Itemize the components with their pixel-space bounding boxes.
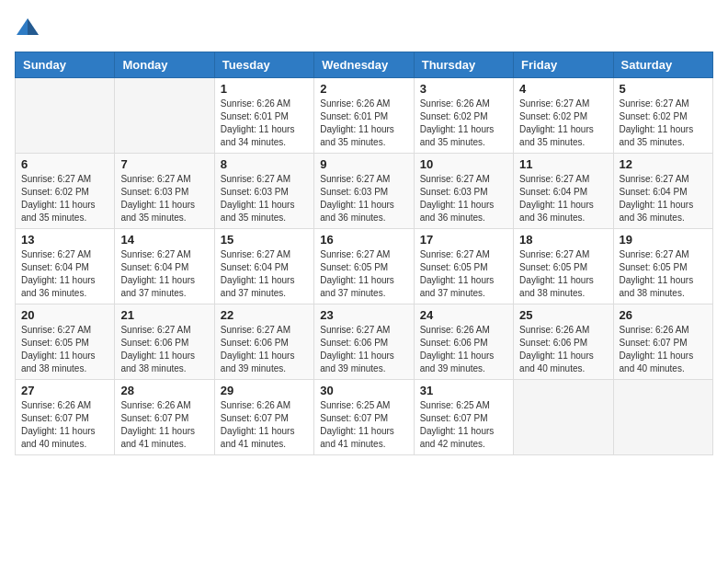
- day-number: 21: [120, 308, 208, 322]
- day-info: Sunrise: 6:27 AM Sunset: 6:05 PM Dayligh…: [21, 324, 108, 375]
- logo-icon: [15, 15, 40, 40]
- column-header-sunday: Sunday: [16, 52, 115, 78]
- day-number: 8: [221, 157, 308, 171]
- calendar-cell: 17Sunrise: 6:27 AM Sunset: 6:05 PM Dayli…: [414, 229, 513, 304]
- day-number: 3: [420, 82, 507, 96]
- calendar-cell: 19Sunrise: 6:27 AM Sunset: 6:05 PM Dayli…: [613, 229, 712, 304]
- day-info: Sunrise: 6:27 AM Sunset: 6:02 PM Dayligh…: [519, 98, 607, 149]
- day-info: Sunrise: 6:27 AM Sunset: 6:04 PM Dayligh…: [21, 248, 108, 300]
- day-info: Sunrise: 6:26 AM Sunset: 6:01 PM Dayligh…: [320, 98, 407, 149]
- column-header-saturday: Saturday: [613, 52, 712, 78]
- day-number: 5: [620, 82, 707, 96]
- day-number: 20: [21, 308, 108, 322]
- page-header: [15, 15, 713, 40]
- day-info: Sunrise: 6:26 AM Sunset: 6:06 PM Dayligh…: [519, 324, 607, 375]
- day-number: 25: [519, 308, 607, 322]
- calendar-week-row: 6Sunrise: 6:27 AM Sunset: 6:02 PM Daylig…: [16, 154, 713, 229]
- calendar-cell: 7Sunrise: 6:27 AM Sunset: 6:03 PM Daylig…: [115, 154, 214, 229]
- day-info: Sunrise: 6:27 AM Sunset: 6:05 PM Dayligh…: [320, 248, 407, 300]
- calendar-cell: 5Sunrise: 6:27 AM Sunset: 6:02 PM Daylig…: [613, 78, 712, 154]
- day-info: Sunrise: 6:27 AM Sunset: 6:02 PM Dayligh…: [21, 173, 108, 224]
- day-info: Sunrise: 6:27 AM Sunset: 6:04 PM Dayligh…: [120, 248, 208, 300]
- day-info: Sunrise: 6:27 AM Sunset: 6:05 PM Dayligh…: [519, 248, 607, 300]
- calendar-cell: 23Sunrise: 6:27 AM Sunset: 6:06 PM Dayli…: [314, 304, 414, 380]
- day-info: Sunrise: 6:25 AM Sunset: 6:07 PM Dayligh…: [420, 399, 507, 451]
- calendar-cell: [613, 380, 712, 455]
- day-number: 31: [420, 384, 507, 397]
- calendar-cell: 20Sunrise: 6:27 AM Sunset: 6:05 PM Dayli…: [16, 304, 115, 380]
- day-number: 18: [519, 233, 607, 247]
- column-header-tuesday: Tuesday: [214, 52, 313, 78]
- day-info: Sunrise: 6:27 AM Sunset: 6:03 PM Dayligh…: [120, 173, 208, 224]
- svg-marker-1: [28, 18, 39, 35]
- calendar-cell: 11Sunrise: 6:27 AM Sunset: 6:04 PM Dayli…: [514, 154, 613, 229]
- day-info: Sunrise: 6:27 AM Sunset: 6:05 PM Dayligh…: [420, 248, 507, 300]
- day-number: 13: [21, 233, 108, 247]
- day-info: Sunrise: 6:27 AM Sunset: 6:06 PM Dayligh…: [120, 324, 208, 375]
- calendar-cell: 29Sunrise: 6:26 AM Sunset: 6:07 PM Dayli…: [214, 380, 313, 455]
- day-info: Sunrise: 6:26 AM Sunset: 6:07 PM Dayligh…: [21, 399, 108, 451]
- calendar-cell: 10Sunrise: 6:27 AM Sunset: 6:03 PM Dayli…: [414, 154, 513, 229]
- calendar-cell: 22Sunrise: 6:27 AM Sunset: 6:06 PM Dayli…: [214, 304, 313, 380]
- column-header-friday: Friday: [514, 52, 613, 78]
- day-info: Sunrise: 6:25 AM Sunset: 6:07 PM Dayligh…: [320, 399, 407, 451]
- day-info: Sunrise: 6:27 AM Sunset: 6:03 PM Dayligh…: [320, 173, 407, 224]
- calendar-cell: 4Sunrise: 6:27 AM Sunset: 6:02 PM Daylig…: [514, 78, 613, 154]
- day-number: 26: [620, 308, 707, 322]
- calendar-cell: 27Sunrise: 6:26 AM Sunset: 6:07 PM Dayli…: [16, 380, 115, 455]
- day-number: 29: [221, 384, 308, 397]
- day-info: Sunrise: 6:27 AM Sunset: 6:06 PM Dayligh…: [320, 324, 407, 375]
- column-header-thursday: Thursday: [414, 52, 513, 78]
- day-number: 4: [519, 82, 607, 96]
- calendar-week-row: 27Sunrise: 6:26 AM Sunset: 6:07 PM Dayli…: [16, 380, 713, 455]
- calendar-header-row: SundayMondayTuesdayWednesdayThursdayFrid…: [16, 52, 713, 78]
- calendar-cell: 30Sunrise: 6:25 AM Sunset: 6:07 PM Dayli…: [314, 380, 414, 455]
- day-number: 24: [420, 308, 507, 322]
- calendar-cell: [514, 380, 613, 455]
- day-number: 15: [221, 233, 308, 247]
- calendar-cell: 18Sunrise: 6:27 AM Sunset: 6:05 PM Dayli…: [514, 229, 613, 304]
- day-info: Sunrise: 6:27 AM Sunset: 6:04 PM Dayligh…: [519, 173, 607, 224]
- day-info: Sunrise: 6:26 AM Sunset: 6:07 PM Dayligh…: [221, 399, 308, 451]
- day-number: 7: [120, 157, 208, 171]
- day-number: 12: [620, 157, 707, 171]
- day-info: Sunrise: 6:26 AM Sunset: 6:07 PM Dayligh…: [620, 324, 707, 375]
- day-number: 6: [21, 157, 108, 171]
- day-info: Sunrise: 6:27 AM Sunset: 6:03 PM Dayligh…: [420, 173, 507, 224]
- day-number: 17: [420, 233, 507, 247]
- calendar-week-row: 1Sunrise: 6:26 AM Sunset: 6:01 PM Daylig…: [16, 78, 713, 154]
- day-number: 10: [420, 157, 507, 171]
- calendar-cell: 8Sunrise: 6:27 AM Sunset: 6:03 PM Daylig…: [214, 154, 313, 229]
- calendar-cell: [16, 78, 115, 154]
- calendar-cell: 1Sunrise: 6:26 AM Sunset: 6:01 PM Daylig…: [214, 78, 313, 154]
- day-number: 30: [320, 384, 407, 397]
- day-info: Sunrise: 6:27 AM Sunset: 6:06 PM Dayligh…: [221, 324, 308, 375]
- calendar-cell: 21Sunrise: 6:27 AM Sunset: 6:06 PM Dayli…: [115, 304, 214, 380]
- calendar-cell: 9Sunrise: 6:27 AM Sunset: 6:03 PM Daylig…: [314, 154, 414, 229]
- day-info: Sunrise: 6:27 AM Sunset: 6:04 PM Dayligh…: [620, 173, 707, 224]
- calendar-cell: 24Sunrise: 6:26 AM Sunset: 6:06 PM Dayli…: [414, 304, 513, 380]
- calendar-cell: 14Sunrise: 6:27 AM Sunset: 6:04 PM Dayli…: [115, 229, 214, 304]
- day-info: Sunrise: 6:27 AM Sunset: 6:05 PM Dayligh…: [620, 248, 707, 300]
- day-number: 1: [221, 82, 308, 96]
- calendar-cell: 2Sunrise: 6:26 AM Sunset: 6:01 PM Daylig…: [314, 78, 414, 154]
- calendar-cell: 6Sunrise: 6:27 AM Sunset: 6:02 PM Daylig…: [16, 154, 115, 229]
- column-header-monday: Monday: [115, 52, 214, 78]
- day-number: 11: [519, 157, 607, 171]
- day-info: Sunrise: 6:26 AM Sunset: 6:02 PM Dayligh…: [420, 98, 507, 149]
- calendar-cell: 13Sunrise: 6:27 AM Sunset: 6:04 PM Dayli…: [16, 229, 115, 304]
- day-info: Sunrise: 6:27 AM Sunset: 6:04 PM Dayligh…: [221, 248, 308, 300]
- calendar-cell: [115, 78, 214, 154]
- day-number: 9: [320, 157, 407, 171]
- logo: [15, 15, 42, 40]
- calendar-cell: 26Sunrise: 6:26 AM Sunset: 6:07 PM Dayli…: [613, 304, 712, 380]
- calendar-cell: 12Sunrise: 6:27 AM Sunset: 6:04 PM Dayli…: [613, 154, 712, 229]
- day-number: 16: [320, 233, 407, 247]
- column-header-wednesday: Wednesday: [314, 52, 414, 78]
- day-info: Sunrise: 6:26 AM Sunset: 6:07 PM Dayligh…: [120, 399, 208, 451]
- calendar-cell: 16Sunrise: 6:27 AM Sunset: 6:05 PM Dayli…: [314, 229, 414, 304]
- day-number: 19: [620, 233, 707, 247]
- day-number: 28: [120, 384, 208, 397]
- day-info: Sunrise: 6:26 AM Sunset: 6:01 PM Dayligh…: [221, 98, 308, 149]
- calendar-cell: 25Sunrise: 6:26 AM Sunset: 6:06 PM Dayli…: [514, 304, 613, 380]
